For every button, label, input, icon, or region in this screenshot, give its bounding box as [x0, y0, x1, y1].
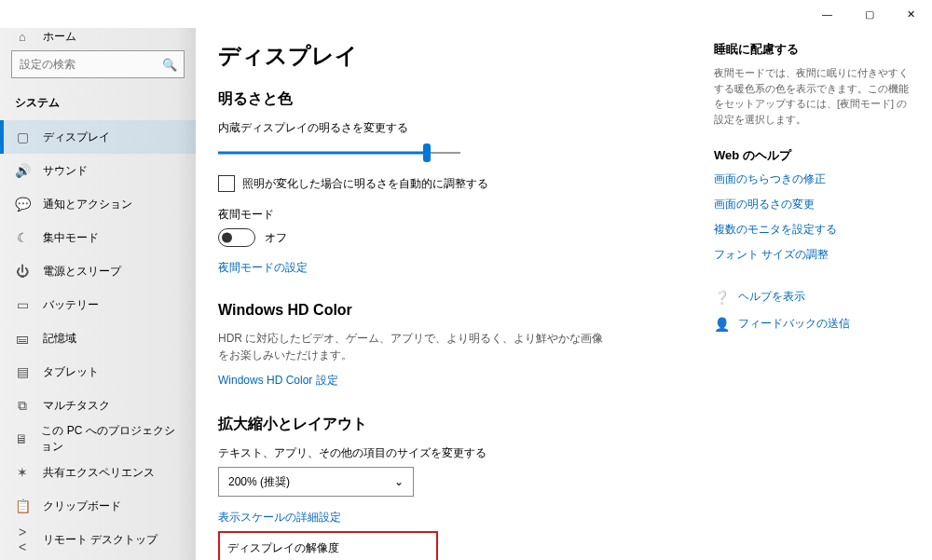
- nav-label: バッテリー: [43, 297, 99, 313]
- sleep-heading: 睡眠に配慮する: [714, 41, 910, 58]
- nav-icon: ⧉: [15, 398, 30, 414]
- sidebar-item-10[interactable]: ✶共有エクスペリエンス: [0, 456, 196, 489]
- sidebar-item-7[interactable]: ▤タブレット: [0, 355, 196, 389]
- nav-label: 記憶域: [43, 331, 76, 347]
- minimize-button[interactable]: —: [806, 0, 848, 28]
- help-icon: ❔: [714, 290, 729, 305]
- nav-label: 共有エクスペリエンス: [43, 465, 155, 481]
- chevron-down-icon: ⌄: [394, 475, 404, 488]
- nav-label: タブレット: [43, 364, 99, 380]
- resolution-label: ディスプレイの解像度: [227, 540, 429, 556]
- nav-label: クリップボード: [43, 499, 121, 514]
- nav-icon: ><: [15, 525, 30, 554]
- sidebar: ← 設定 ⌂ ホーム 🔍 システム ▢ディスプレイ🔊サウンド💬通知とアクション☾…: [0, 28, 196, 560]
- nav-label: マルチタスク: [43, 398, 110, 414]
- sidebar-item-9[interactable]: 🖥この PC へのプロジェクション: [0, 422, 196, 456]
- nav-label: 集中モード: [43, 230, 99, 246]
- hdcolor-heading: Windows HD Color: [218, 302, 695, 319]
- brightness-slider-label: 内蔵ディスプレイの明るさを変更する: [218, 120, 695, 136]
- auto-brightness-label: 照明が変化した場合に明るさを自動的に調整する: [242, 176, 488, 192]
- night-mode-settings-link[interactable]: 夜間モードの設定: [218, 260, 308, 276]
- right-column: 睡眠に配慮する 夜間モードでは、夜間に眠りに付きやすくする暖色系の色を表示できま…: [714, 41, 910, 547]
- night-mode-toggle[interactable]: [218, 228, 255, 247]
- sidebar-item-0[interactable]: ▢ディスプレイ: [0, 120, 196, 154]
- scale-value: 200% (推奨): [228, 474, 290, 490]
- nav-icon: ☾: [15, 230, 30, 245]
- sidebar-item-8[interactable]: ⧉マルチタスク: [0, 389, 196, 422]
- help-link-2[interactable]: 複数のモニタを設定する: [714, 222, 910, 238]
- nav-label: 電源とスリープ: [43, 264, 121, 280]
- help-link-1[interactable]: 画面の明るさの変更: [714, 197, 910, 212]
- nav-icon: ⏻: [15, 264, 30, 279]
- sidebar-item-2[interactable]: 💬通知とアクション: [0, 187, 196, 221]
- night-mode-label: 夜間モード: [218, 207, 695, 223]
- maximize-button[interactable]: ▢: [848, 0, 890, 28]
- sidebar-item-6[interactable]: 🖴記憶域: [0, 321, 196, 355]
- scale-select[interactable]: 200% (推奨) ⌄: [218, 467, 414, 497]
- nav-icon: ▢: [15, 130, 30, 144]
- home-label: ホーム: [43, 29, 76, 45]
- nav-icon: 📋: [15, 499, 30, 513]
- resolution-highlight: ディスプレイの解像度 3000 × 2000 (推奨) ⌄: [218, 531, 438, 560]
- nav-label: 通知とアクション: [43, 197, 132, 212]
- sidebar-item-11[interactable]: 📋クリップボード: [0, 489, 196, 523]
- page-title: ディスプレイ: [218, 41, 695, 71]
- nav-icon: ▭: [15, 297, 30, 312]
- help-link-3[interactable]: フォント サイズの調整: [714, 247, 910, 263]
- show-help-link[interactable]: ❔ ヘルプを表示: [714, 289, 910, 305]
- hdcolor-desc: HDR に対応したビデオ、ゲーム、アプリで、より明るく、より鮮やかな画像をお楽し…: [218, 330, 610, 363]
- main-content: ディスプレイ 明るさと色 内蔵ディスプレイの明るさを変更する 照明が変化した場合…: [218, 41, 695, 547]
- sidebar-item-3[interactable]: ☾集中モード: [0, 221, 196, 254]
- nav-icon: ▤: [15, 364, 30, 379]
- search-input[interactable]: [11, 50, 185, 78]
- brightness-slider[interactable]: [218, 142, 460, 164]
- feedback-icon: 👤: [714, 317, 729, 332]
- hdcolor-link[interactable]: Windows HD Color 設定: [218, 373, 338, 389]
- scale-advanced-link[interactable]: 表示スケールの詳細設定: [218, 510, 341, 526]
- nav-label: ディスプレイ: [43, 130, 110, 145]
- sidebar-item-4[interactable]: ⏻電源とスリープ: [0, 254, 196, 288]
- sidebar-item-5[interactable]: ▭バッテリー: [0, 288, 196, 321]
- nav-label: この PC へのプロジェクション: [41, 423, 181, 455]
- help-link-0[interactable]: 画面のちらつきの修正: [714, 171, 910, 187]
- nav-label: リモート デスクトップ: [43, 532, 158, 548]
- sidebar-item-1[interactable]: 🔊サウンド: [0, 154, 196, 187]
- sidebar-category: システム: [0, 88, 196, 120]
- web-help-heading: Web のヘルプ: [714, 147, 910, 164]
- search-icon: 🔍: [162, 58, 177, 72]
- sleep-desc: 夜間モードでは、夜間に眠りに付きやすくする暖色系の色を表示できます。この機能をセ…: [714, 65, 910, 127]
- layout-heading: 拡大縮小とレイアウト: [218, 415, 695, 434]
- nav-icon: 🖥: [15, 431, 28, 446]
- brightness-heading: 明るさと色: [218, 89, 695, 109]
- auto-brightness-checkbox[interactable]: [218, 175, 235, 192]
- nav-icon: 🔊: [15, 163, 30, 178]
- close-button[interactable]: ✕: [890, 0, 932, 28]
- night-mode-state: オフ: [265, 230, 287, 246]
- nav-icon: 💬: [15, 197, 30, 212]
- feedback-link[interactable]: 👤 フィードバックの送信: [714, 316, 910, 332]
- nav-icon: ✶: [15, 465, 30, 480]
- window-titlebar: — ▢ ✕: [0, 0, 932, 28]
- sidebar-item-12[interactable]: ><リモート デスクトップ: [0, 523, 196, 556]
- sidebar-item-13[interactable]: ⓘ詳細情報: [0, 556, 196, 560]
- nav-label: サウンド: [43, 163, 88, 179]
- scale-label: テキスト、アプリ、その他の項目のサイズを変更する: [218, 445, 695, 461]
- sidebar-home[interactable]: ⌂ ホーム: [0, 29, 196, 45]
- home-icon: ⌂: [15, 30, 30, 44]
- nav-icon: 🖴: [15, 331, 30, 346]
